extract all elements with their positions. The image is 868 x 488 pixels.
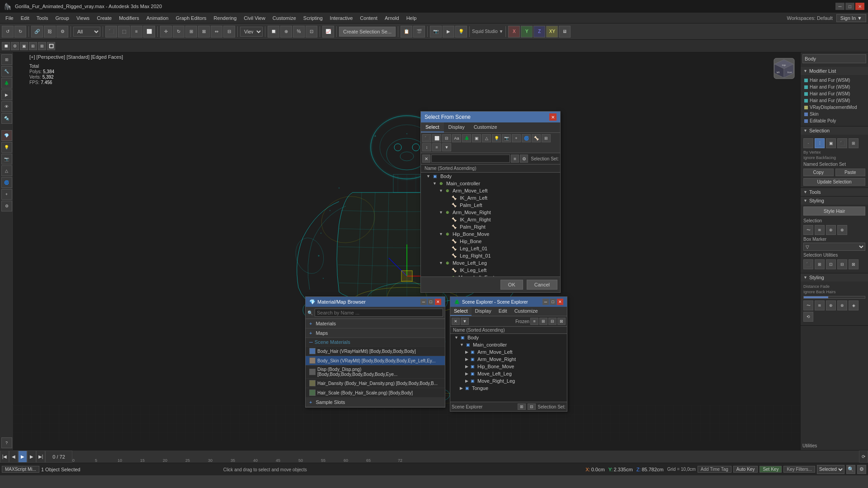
- tl-position-display[interactable]: 0 / 72: [45, 450, 72, 463]
- lp-helper-btn[interactable]: +: [1, 189, 12, 200]
- se-tb-5[interactable]: ⊟: [548, 318, 557, 325]
- tl-prev-key-button[interactable]: |◀: [0, 450, 9, 463]
- pp-modifier-0[interactable]: Hair and Fur (WSM): [803, 77, 865, 84]
- nav-cube[interactable]: top left front: [772, 56, 797, 81]
- menu-scripting[interactable]: Scripting: [300, 14, 326, 22]
- pp-paste-button[interactable]: Paste: [835, 169, 866, 176]
- layer-button[interactable]: 📋: [401, 26, 412, 38]
- sub-tb-btn-6[interactable]: 🔳: [47, 42, 55, 50]
- pp-copy-button[interactable]: Copy: [803, 169, 834, 176]
- pp-util-icon-4[interactable]: ⊟: [837, 259, 847, 269]
- tl-play-button[interactable]: ▶: [18, 450, 27, 463]
- mb-materials-header[interactable]: + Materials: [306, 319, 445, 328]
- select-by-name-button[interactable]: ≡: [131, 26, 142, 38]
- sfs-item-list[interactable]: ▼▣Body▼⊕Main_controller▼⊕Arm_Move_Left🦴I…: [421, 173, 560, 277]
- z-axis-button[interactable]: Z: [533, 26, 545, 38]
- sfs-case-button[interactable]: Aa: [452, 134, 461, 142]
- lp-light-btn[interactable]: 💡: [1, 142, 12, 153]
- pp-update-selection-button[interactable]: Update Selection: [803, 178, 865, 186]
- lp-utilities-tab[interactable]: 🔩: [1, 113, 12, 124]
- se-tab-edit[interactable]: Edit: [495, 307, 511, 316]
- menu-interactive[interactable]: Interactive: [326, 14, 357, 22]
- menu-file[interactable]: File: [2, 14, 17, 22]
- create-selection-set-button[interactable]: Create Selection Se...: [339, 27, 396, 37]
- se-footer-btn-1[interactable]: ⊞: [518, 404, 526, 410]
- sfs-select-subtree-button[interactable]: 🌲: [462, 134, 471, 142]
- sfs-list-item-0[interactable]: ▼▣Body: [421, 173, 560, 180]
- pp-modifier-4[interactable]: VRayDisplacementMod: [803, 104, 865, 111]
- tl-next-frame-button[interactable]: ▶: [27, 450, 36, 463]
- mb-close-button[interactable]: ✕: [435, 299, 441, 305]
- pp-slider[interactable]: [803, 296, 865, 299]
- sfs-all-button[interactable]: ⬛: [422, 134, 431, 142]
- sfs-col-visibility-button[interactable]: ≡: [511, 155, 519, 163]
- sfs-invert-button[interactable]: ⊟: [442, 134, 451, 142]
- se-tb-4[interactable]: ⊞: [539, 318, 547, 325]
- tl-prev-frame-button[interactable]: ◀: [9, 450, 18, 463]
- sub-tb-btn-4[interactable]: ⊞: [29, 42, 37, 50]
- snap-toggle-button[interactable]: 🔲: [268, 26, 279, 38]
- sfs-cancel-button[interactable]: Cancel: [527, 280, 557, 290]
- spinner-snap-button[interactable]: ⊡: [306, 26, 317, 38]
- sfs-list-item-2[interactable]: ▼⊕Arm_Move_Left: [421, 187, 560, 194]
- minimize-button[interactable]: ─: [835, 3, 844, 10]
- select-region-button[interactable]: ⬚: [118, 26, 130, 38]
- sfs-list-item-5[interactable]: ▼⊕Arm_Move_Right: [421, 209, 560, 216]
- lp-display-tab[interactable]: 👁: [1, 101, 12, 112]
- pp-modifier-6[interactable]: Editable Poly: [803, 117, 865, 124]
- pp-util-icon-2[interactable]: ⊞: [815, 259, 825, 269]
- mb-mat-item-1[interactable]: Body_Skin (VRayMtl) [Body,Body,Body,Body…: [306, 356, 445, 366]
- sfs-list-item-3[interactable]: 🦴IK_Arm_Left: [421, 194, 560, 202]
- mb-maps-header[interactable]: + Maps: [306, 328, 445, 338]
- sfs-type-light[interactable]: 💡: [492, 134, 501, 142]
- sfs-list-item-6[interactable]: 🦴IK_Arm_Right: [421, 216, 560, 223]
- pp-style-icon-4[interactable]: ⊗: [837, 300, 847, 310]
- sfs-list-item-10[interactable]: 🦴Leg_Left_01: [421, 245, 560, 252]
- pp-element-icon[interactable]: ⊞: [849, 138, 859, 148]
- sfs-list-item-12[interactable]: ▼⊕Move_Left_Leg: [421, 259, 560, 267]
- y-axis-button[interactable]: Y: [521, 26, 533, 38]
- menu-civil-view[interactable]: Civil View: [240, 14, 269, 22]
- render-button[interactable]: ▶: [443, 26, 454, 38]
- sign-in-button[interactable]: Sign In ▼: [836, 14, 866, 22]
- pp-style-hair-button[interactable]: Style Hair: [803, 206, 865, 216]
- lp-shape-btn[interactable]: △: [1, 165, 12, 176]
- auto-key-button[interactable]: Auto Key: [733, 466, 758, 473]
- settings-button[interactable]: ⚙: [857, 465, 866, 474]
- undo-button[interactable]: ↺: [2, 26, 14, 38]
- menu-views[interactable]: Views: [73, 14, 93, 22]
- viewport[interactable]: [+] [Perspective] [Standard] [Edged Face…: [14, 52, 800, 450]
- sfs-list-item-13[interactable]: 🦴IK_Leg_Left: [421, 267, 560, 274]
- lp-create-tab[interactable]: ⊞: [1, 54, 12, 65]
- se-item-list[interactable]: ▼▣Body▼▣Main_controller▶▣Arm_Move_Left▶▣…: [450, 334, 567, 402]
- render-setup-button[interactable]: 📷: [430, 26, 442, 38]
- menu-edit[interactable]: Edit: [17, 14, 33, 22]
- se-list-item-5[interactable]: ▶▣Move_Left_Leg: [450, 370, 567, 377]
- scale-button[interactable]: ⊞: [185, 26, 197, 38]
- pp-style-icon-6[interactable]: ⟲: [803, 312, 813, 322]
- mirror-button[interactable]: ⇔: [211, 26, 222, 38]
- set-key-button[interactable]: Set Key: [760, 466, 782, 473]
- pp-modifier-5[interactable]: Skin: [803, 111, 865, 117]
- lp-system-btn[interactable]: ⚙: [1, 201, 12, 211]
- se-list-item-6[interactable]: ▶▣Move_Right_Leg: [450, 377, 567, 385]
- pp-modifier-list-header[interactable]: ▼ Modifier List: [801, 67, 868, 75]
- active-shade-button[interactable]: 💡: [455, 26, 467, 38]
- menu-group[interactable]: Group: [52, 14, 73, 22]
- se-maximize-button[interactable]: □: [550, 299, 556, 305]
- mb-scene-materials-header[interactable]: ─ Scene Materials: [306, 338, 445, 347]
- sfs-list-item-8[interactable]: ▼⊕Hip_Bone_Move: [421, 230, 560, 238]
- pp-util-icon-5[interactable]: ⊠: [849, 259, 859, 269]
- mb-mat-item-3[interactable]: Hair_Dansity (Body_Hair_Dansity.png) [Bo…: [306, 379, 445, 388]
- mb-mat-item-0[interactable]: Body_Hair (VRayHairMtl) [Body,Body,Body,…: [306, 347, 445, 356]
- sfs-list-item-9[interactable]: 🦴Hip_Bone: [421, 238, 560, 245]
- maximize-button[interactable]: □: [845, 3, 854, 10]
- pp-hair-icon-1[interactable]: 〜: [803, 225, 813, 235]
- align-button[interactable]: ⊟: [223, 26, 235, 38]
- pp-style-icon-3[interactable]: ⊕: [826, 300, 836, 310]
- pp-vertex-icon[interactable]: ·: [803, 138, 813, 148]
- sfs-ok-button[interactable]: OK: [500, 280, 523, 290]
- pp-modifier-1[interactable]: Hair and Fur (WSM): [803, 84, 865, 90]
- menu-graph-editors[interactable]: Graph Editors: [172, 14, 210, 22]
- sfs-none-button[interactable]: ⬜: [432, 134, 441, 142]
